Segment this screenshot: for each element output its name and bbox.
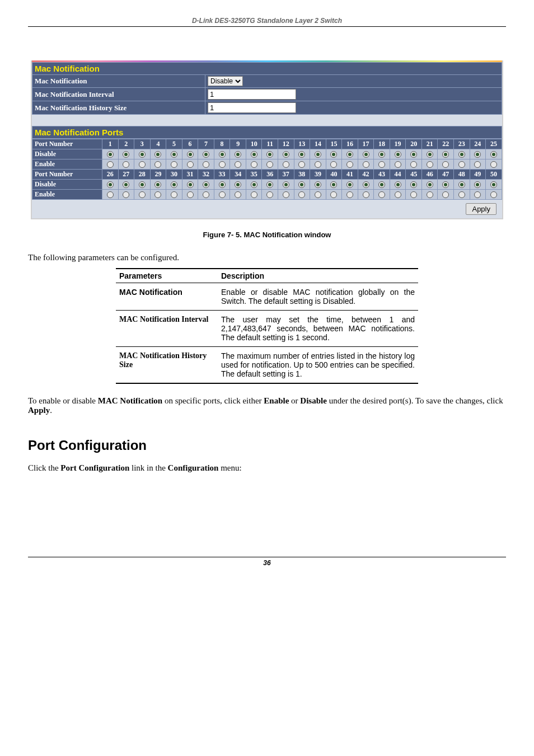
disable-port-48[interactable]: [454, 180, 470, 190]
disable-port-25[interactable]: [486, 149, 502, 159]
enable-port-50[interactable]: [486, 190, 502, 200]
disable-port-39[interactable]: [310, 180, 326, 190]
disable-port-13[interactable]: [294, 149, 310, 159]
enable-port-35[interactable]: [246, 190, 262, 200]
apply-button[interactable]: Apply: [466, 203, 496, 215]
disable-port-20[interactable]: [406, 149, 422, 159]
disable-port-4[interactable]: [150, 149, 166, 159]
disable-port-21[interactable]: [421, 149, 438, 159]
disable-port-5[interactable]: [166, 149, 182, 159]
enable-port-25[interactable]: [486, 159, 502, 170]
disable-port-43[interactable]: [374, 180, 390, 190]
enable-port-17[interactable]: [358, 159, 374, 170]
enable-port-48[interactable]: [454, 190, 470, 200]
disable-port-30[interactable]: [166, 180, 182, 190]
disable-port-18[interactable]: [374, 149, 390, 159]
disable-port-46[interactable]: [421, 180, 438, 190]
mac-notification-select[interactable]: Disable: [208, 76, 243, 86]
enable-port-47[interactable]: [438, 190, 454, 200]
disable-port-3[interactable]: [134, 149, 151, 159]
disable-port-38[interactable]: [294, 180, 310, 190]
disable-port-8[interactable]: [214, 149, 230, 159]
disable-port-40[interactable]: [326, 180, 342, 190]
disable-port-2[interactable]: [118, 149, 134, 159]
disable-port-16[interactable]: [342, 149, 358, 159]
disable-port-19[interactable]: [390, 149, 406, 159]
enable-port-30[interactable]: [166, 190, 182, 200]
disable-port-49[interactable]: [470, 180, 486, 190]
enable-port-31[interactable]: [182, 190, 198, 200]
disable-port-23[interactable]: [454, 149, 470, 159]
enable-port-33[interactable]: [214, 190, 230, 200]
enable-port-23[interactable]: [454, 159, 470, 170]
enable-port-2[interactable]: [118, 159, 134, 170]
enable-port-19[interactable]: [390, 159, 406, 170]
enable-port-15[interactable]: [326, 159, 342, 170]
enable-port-18[interactable]: [374, 159, 390, 170]
disable-port-15[interactable]: [326, 149, 342, 159]
disable-port-1[interactable]: [102, 149, 119, 159]
enable-port-44[interactable]: [390, 190, 406, 200]
interval-input[interactable]: [208, 89, 296, 100]
disable-port-27[interactable]: [118, 180, 134, 190]
enable-port-6[interactable]: [182, 159, 198, 170]
enable-port-22[interactable]: [438, 159, 454, 170]
disable-port-28[interactable]: [134, 180, 151, 190]
disable-port-12[interactable]: [278, 149, 294, 159]
enable-port-49[interactable]: [470, 190, 486, 200]
enable-port-16[interactable]: [342, 159, 358, 170]
enable-port-14[interactable]: [310, 159, 326, 170]
enable-port-41[interactable]: [342, 190, 358, 200]
disable-port-10[interactable]: [246, 149, 262, 159]
enable-port-29[interactable]: [150, 190, 166, 200]
enable-port-3[interactable]: [134, 159, 151, 170]
disable-port-36[interactable]: [262, 180, 278, 190]
disable-port-41[interactable]: [342, 180, 358, 190]
disable-port-37[interactable]: [278, 180, 294, 190]
enable-port-43[interactable]: [374, 190, 390, 200]
enable-port-7[interactable]: [198, 159, 214, 170]
enable-port-8[interactable]: [214, 159, 230, 170]
enable-port-24[interactable]: [470, 159, 486, 170]
enable-port-10[interactable]: [246, 159, 262, 170]
enable-port-1[interactable]: [102, 159, 119, 170]
enable-port-34[interactable]: [230, 190, 246, 200]
enable-port-27[interactable]: [118, 190, 134, 200]
enable-port-42[interactable]: [358, 190, 374, 200]
enable-port-11[interactable]: [262, 159, 278, 170]
enable-port-26[interactable]: [102, 190, 119, 200]
enable-port-9[interactable]: [230, 159, 246, 170]
disable-port-45[interactable]: [406, 180, 422, 190]
enable-port-13[interactable]: [294, 159, 310, 170]
enable-port-32[interactable]: [198, 190, 214, 200]
disable-port-17[interactable]: [358, 149, 374, 159]
enable-port-5[interactable]: [166, 159, 182, 170]
enable-port-21[interactable]: [421, 159, 438, 170]
disable-port-47[interactable]: [438, 180, 454, 190]
enable-port-28[interactable]: [134, 190, 151, 200]
disable-port-44[interactable]: [390, 180, 406, 190]
disable-port-34[interactable]: [230, 180, 246, 190]
disable-port-6[interactable]: [182, 149, 198, 159]
disable-port-31[interactable]: [182, 180, 198, 190]
disable-port-14[interactable]: [310, 149, 326, 159]
enable-port-37[interactable]: [278, 190, 294, 200]
disable-port-11[interactable]: [262, 149, 278, 159]
disable-port-24[interactable]: [470, 149, 486, 159]
disable-port-7[interactable]: [198, 149, 214, 159]
enable-port-40[interactable]: [326, 190, 342, 200]
history-input[interactable]: [208, 102, 296, 113]
disable-port-29[interactable]: [150, 180, 166, 190]
disable-port-35[interactable]: [246, 180, 262, 190]
disable-port-9[interactable]: [230, 149, 246, 159]
disable-port-50[interactable]: [486, 180, 502, 190]
enable-port-36[interactable]: [262, 190, 278, 200]
enable-port-20[interactable]: [406, 159, 422, 170]
enable-port-39[interactable]: [310, 190, 326, 200]
disable-port-32[interactable]: [198, 180, 214, 190]
disable-port-26[interactable]: [102, 180, 119, 190]
disable-port-33[interactable]: [214, 180, 230, 190]
disable-port-22[interactable]: [438, 149, 454, 159]
enable-port-12[interactable]: [278, 159, 294, 170]
enable-port-46[interactable]: [421, 190, 438, 200]
